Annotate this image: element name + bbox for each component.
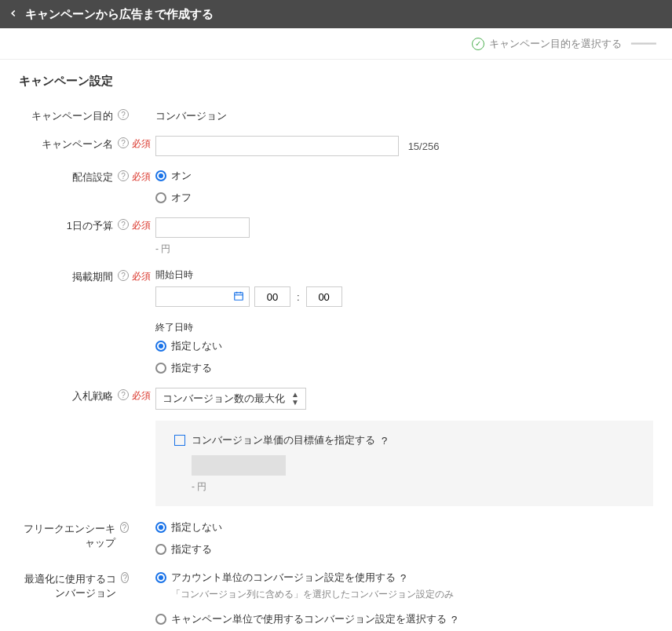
label-name: キャンペーン名: [42, 137, 113, 151]
optconv-campaign-radio[interactable]: キャンペーン単位で使用するコンバージョン設定を選択する ?: [155, 612, 653, 626]
label-delivery: 配信設定: [72, 170, 113, 184]
help-icon[interactable]: ?: [118, 389, 129, 400]
time-separator: :: [297, 291, 300, 303]
required-badge: 必須: [132, 171, 151, 182]
radio-label: 指定する: [171, 542, 212, 556]
start-date-input[interactable]: [155, 286, 250, 307]
radio-icon: [155, 170, 166, 181]
checkbox-label: コンバージョン単価の目標値を指定する: [192, 433, 375, 447]
radio-icon: [155, 192, 166, 203]
section-title: キャンペーン設定: [19, 74, 653, 89]
page-header: キャンペーンから広告まで作成する: [0, 0, 672, 28]
row-freqcap: フリークエンシーキャップ ? 指定しない 指定する: [19, 520, 653, 556]
label-freqcap: フリークエンシーキャップ: [19, 522, 115, 550]
trail-line: ━━━━: [631, 38, 656, 49]
freqcap-set-radio[interactable]: 指定する: [155, 542, 653, 556]
radio-label: 指定しない: [171, 339, 222, 353]
help-icon[interactable]: ?: [118, 270, 129, 281]
freqcap-none-radio[interactable]: 指定しない: [155, 520, 653, 534]
end-none-radio[interactable]: 指定しない: [155, 339, 653, 353]
required-badge: 必須: [132, 271, 151, 282]
svg-rect-0: [235, 292, 243, 299]
select-value: コンバージョン数の最大化: [163, 392, 285, 406]
delivery-off-radio[interactable]: オフ: [155, 191, 653, 205]
content: キャンペーン設定 キャンペーン目的 ? コンバージョン キャンペーン名 ? 必須…: [0, 60, 672, 631]
delivery-on-radio[interactable]: オン: [155, 169, 653, 183]
required-badge: 必須: [132, 138, 151, 149]
budget-hint: - 円: [155, 243, 653, 256]
optconv-account-radio[interactable]: アカウント単位のコンバージョン設定を使用する ?: [155, 571, 653, 585]
start-minute-input[interactable]: [306, 286, 342, 307]
required-badge: 必須: [132, 220, 151, 231]
cpa-hint: - 円: [192, 480, 634, 494]
row-name: キャンペーン名 ? 必須 15/256: [19, 136, 653, 156]
label-period: 掲載期間: [72, 270, 113, 284]
row-optconv: 最適化に使用するコンバージョン ? アカウント単位のコンバージョン設定を使用する…: [19, 571, 653, 631]
bid-strategy-select[interactable]: コンバージョン数の最大化 ▲▼: [155, 388, 306, 410]
label-optconv: 最適化に使用するコンバージョン: [19, 572, 116, 600]
optconv-account-desc: 「コンバージョン列に含める」を選択したコンバージョン設定のみ: [171, 588, 653, 601]
campaign-name-input[interactable]: [155, 136, 399, 156]
radio-label: アカウント単位のコンバージョン設定を使用する: [171, 571, 396, 585]
start-date-field[interactable]: [161, 291, 224, 303]
radio-label: オン: [171, 169, 192, 183]
header-title: キャンペーンから広告まで作成する: [25, 7, 214, 22]
start-hour-input[interactable]: [254, 286, 290, 307]
name-counter: 15/256: [408, 140, 440, 152]
row-bid: 入札戦略 ? 必須 コンバージョン数の最大化 ▲▼ コンバージョン単価の目標値を…: [19, 388, 653, 506]
daily-budget-input[interactable]: [155, 217, 250, 238]
row-period: 掲載期間 ? 必須 開始日時 : 終了日時 指定しない: [19, 268, 653, 375]
required-badge: 必須: [132, 390, 151, 401]
radio-icon: [155, 614, 166, 625]
row-delivery: 配信設定 ? 必須 オン オフ: [19, 169, 653, 205]
help-icon[interactable]: ?: [120, 522, 129, 533]
objective-value: コンバージョン: [152, 108, 653, 123]
radio-icon: [155, 572, 166, 583]
radio-icon: [155, 363, 166, 374]
help-icon[interactable]: ?: [118, 170, 129, 181]
help-icon[interactable]: ?: [451, 614, 457, 626]
label-objective: キャンペーン目的: [31, 109, 113, 123]
help-icon[interactable]: ?: [121, 572, 129, 583]
radio-label: キャンペーン単位で使用するコンバージョン設定を選択する: [171, 612, 447, 626]
row-objective: キャンペーン目的 ? コンバージョン: [19, 108, 653, 123]
label-budget: 1日の予算: [67, 219, 113, 233]
end-date-label: 終了日時: [155, 321, 653, 334]
calendar-icon[interactable]: [233, 290, 244, 304]
help-icon[interactable]: ?: [400, 572, 406, 584]
target-cpa-checkbox[interactable]: [174, 435, 185, 446]
target-cpa-input[interactable]: [192, 455, 286, 476]
radio-label: 指定しない: [171, 520, 222, 534]
progress-subheader: ✓ キャンペーン目的を選択する ━━━━: [0, 28, 672, 60]
step-label: キャンペーン目的を選択する: [489, 37, 622, 51]
row-budget: 1日の予算 ? 必須 - 円: [19, 217, 653, 256]
help-icon[interactable]: ?: [382, 435, 387, 447]
chevron-updown-icon: ▲▼: [291, 391, 299, 407]
end-set-radio[interactable]: 指定する: [155, 361, 653, 375]
radio-icon: [155, 544, 166, 555]
back-icon[interactable]: [8, 8, 19, 21]
help-icon[interactable]: ?: [118, 219, 129, 230]
help-icon[interactable]: ?: [118, 137, 129, 148]
check-icon: ✓: [472, 38, 484, 50]
radio-icon: [155, 341, 166, 352]
radio-label: 指定する: [171, 361, 212, 375]
help-icon[interactable]: ?: [118, 109, 129, 120]
bid-panel: コンバージョン単価の目標値を指定する ? - 円: [155, 421, 653, 506]
start-date-label: 開始日時: [155, 268, 653, 282]
radio-icon: [155, 522, 166, 533]
label-bid: 入札戦略: [72, 389, 113, 403]
radio-label: オフ: [171, 191, 192, 205]
